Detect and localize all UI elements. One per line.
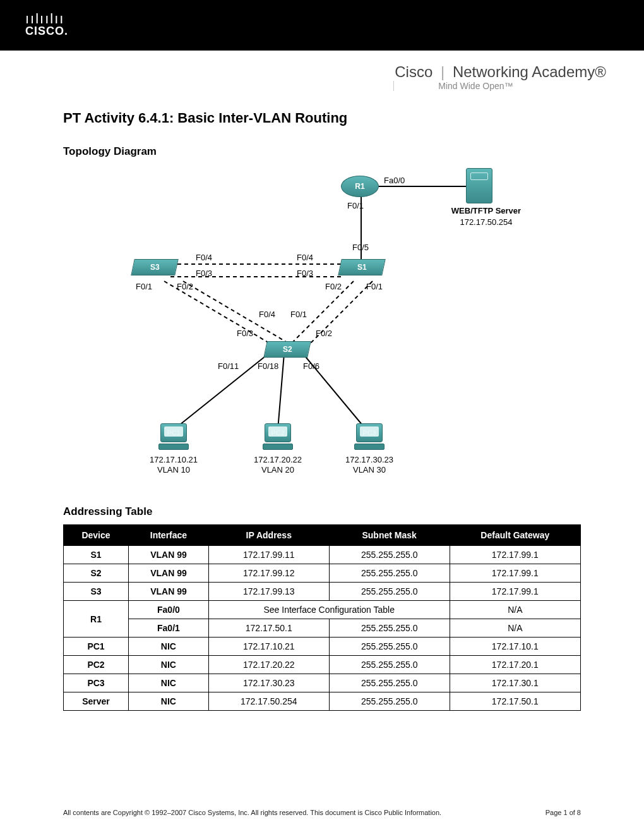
pc3-device: PC3 bbox=[350, 423, 388, 450]
port-s3-f03: F0/3 bbox=[196, 269, 212, 278]
cell-device: PC2 bbox=[64, 656, 129, 674]
footer-page: Page 1 of 8 bbox=[546, 809, 581, 816]
divider-icon: | bbox=[437, 63, 448, 80]
cell-iface: NIC bbox=[129, 674, 209, 692]
table-row: Fa0/1 172.17.50.1 255.255.255.0 N/A bbox=[64, 619, 581, 638]
section-topology: Topology Diagram bbox=[63, 145, 581, 158]
port-s2-f03: F0/3 bbox=[237, 329, 253, 338]
table-row: PC3 NIC 172.17.30.23 255.255.255.0 172.1… bbox=[64, 674, 581, 692]
topology-diagram: R1 Fa0/0 F0/1 WEB/TFTP Server 172.17.50.… bbox=[101, 164, 543, 493]
cell-gw: 172.17.99.1 bbox=[450, 546, 580, 564]
cell-device: S2 bbox=[64, 564, 129, 583]
cell-gw: 172.17.10.1 bbox=[450, 638, 580, 656]
cell-device: PC3 bbox=[64, 674, 129, 692]
switch-s1-label: S1 bbox=[357, 260, 367, 275]
port-s3-f02: F0/2 bbox=[177, 282, 193, 291]
cell-ip: 172.17.99.13 bbox=[208, 583, 329, 601]
cell-gw: N/A bbox=[450, 619, 580, 638]
cell-ip: 172.17.99.11 bbox=[208, 546, 329, 564]
cell-iface: VLAN 99 bbox=[129, 583, 209, 601]
port-s1-f05: F0/5 bbox=[352, 243, 369, 252]
port-mid-f01: F0/1 bbox=[290, 310, 307, 319]
port-s2-f02: F0/2 bbox=[316, 329, 332, 338]
cell-iface: VLAN 99 bbox=[129, 546, 209, 564]
port-s1-f02: F0/2 bbox=[325, 282, 342, 291]
cell-gw: 172.17.99.1 bbox=[450, 564, 580, 583]
cell-device: PC1 bbox=[64, 638, 129, 656]
switch-s3-label: S3 bbox=[150, 260, 160, 275]
cell-device: Server bbox=[64, 692, 129, 711]
cisco-logo-bars: ıılıılıı bbox=[25, 13, 68, 25]
table-row: R1 Fa0/0 See Interface Configuration Tab… bbox=[64, 601, 581, 619]
pc1-vlan: VLAN 10 bbox=[139, 465, 208, 475]
router-r1: R1 bbox=[341, 176, 379, 197]
pc3-vlan: VLAN 30 bbox=[335, 465, 404, 475]
cell-mask: 255.255.255.0 bbox=[329, 674, 450, 692]
port-mid-f04: F0/4 bbox=[259, 310, 275, 319]
pc2-vlan: VLAN 20 bbox=[243, 465, 313, 475]
cell-r1-note: See Interface Configuration Table bbox=[208, 601, 450, 619]
cell-gw: 172.17.50.1 bbox=[450, 692, 580, 711]
cell-mask: 255.255.255.0 bbox=[329, 564, 450, 583]
pc2-label: PC2 bbox=[265, 429, 290, 437]
table-row: S3 VLAN 99 172.17.99.13 255.255.255.0 17… bbox=[64, 583, 581, 601]
svg-line-3 bbox=[278, 354, 284, 430]
cell-mask: 255.255.255.0 bbox=[329, 638, 450, 656]
header-bar: ıılıılıı CISCO. bbox=[0, 0, 644, 51]
cell-mask: 255.255.255.0 bbox=[329, 583, 450, 601]
pc2-device: PC2 bbox=[259, 423, 297, 450]
cell-mask: 255.255.255.0 bbox=[329, 546, 450, 564]
cell-ip: 172.17.20.22 bbox=[208, 656, 329, 674]
cell-ip: 172.17.50.1 bbox=[208, 619, 329, 638]
cell-device-r1: R1 bbox=[64, 601, 129, 638]
cell-mask: 255.255.255.0 bbox=[329, 692, 450, 711]
pc3-ip: 172.17.30.23 bbox=[335, 455, 404, 465]
academy-name: Networking Academy® bbox=[453, 63, 606, 80]
section-addressing: Addressing Table bbox=[63, 505, 581, 518]
router-r1-label: R1 bbox=[355, 182, 364, 191]
pc3-label: PC3 bbox=[357, 429, 382, 437]
port-r1-f01: F0/1 bbox=[347, 201, 364, 210]
port-s1-f03: F0/3 bbox=[297, 269, 313, 278]
switch-s2-label: S2 bbox=[283, 342, 292, 357]
col-interface: Interface bbox=[129, 525, 209, 546]
port-s3-f01: F0/1 bbox=[136, 282, 152, 291]
port-s2-f018: F0/18 bbox=[258, 361, 278, 371]
cisco-logo-word: CISCO. bbox=[25, 25, 68, 38]
col-gateway: Default Gateway bbox=[450, 525, 580, 546]
table-row: PC2 NIC 172.17.20.22 255.255.255.0 172.1… bbox=[64, 656, 581, 674]
cell-iface: NIC bbox=[129, 692, 209, 711]
cell-device: S3 bbox=[64, 583, 129, 601]
col-ip: IP Address bbox=[208, 525, 329, 546]
addressing-table: Device Interface IP Address Subnet Mask … bbox=[63, 524, 581, 711]
cell-iface: VLAN 99 bbox=[129, 564, 209, 583]
port-s1-f01: F0/1 bbox=[366, 282, 383, 291]
table-row: S2 VLAN 99 172.17.99.12 255.255.255.0 17… bbox=[64, 564, 581, 583]
cell-gw: 172.17.99.1 bbox=[450, 583, 580, 601]
page-footer: All contents are Copyright © 1992–2007 C… bbox=[63, 809, 581, 816]
port-s1-f04: F0/4 bbox=[297, 253, 313, 262]
col-mask: Subnet Mask bbox=[329, 525, 450, 546]
cell-iface: Fa0/0 bbox=[129, 601, 209, 619]
cisco-logo: ıılıılıı CISCO. bbox=[25, 13, 68, 39]
cell-gw: N/A bbox=[450, 601, 580, 619]
cell-mask: 255.255.255.0 bbox=[329, 619, 450, 638]
academy-title: Cisco | Networking Academy® bbox=[395, 63, 606, 81]
pc2-ip: 172.17.20.22 bbox=[243, 455, 313, 465]
cell-ip: 172.17.99.12 bbox=[208, 564, 329, 583]
server-device bbox=[466, 168, 492, 203]
port-r1-fa00: Fa0/0 bbox=[384, 176, 405, 185]
switch-s2: S2 bbox=[263, 341, 311, 358]
switch-s1: S1 bbox=[338, 259, 386, 275]
pc1-label: PC1 bbox=[161, 429, 186, 437]
cell-mask: 255.255.255.0 bbox=[329, 656, 450, 674]
cell-ip: 172.17.10.21 bbox=[208, 638, 329, 656]
port-s2-f06: F0/6 bbox=[303, 361, 319, 371]
cell-gw: 172.17.20.1 bbox=[450, 656, 580, 674]
academy-tagline: Mind Wide Open™ bbox=[393, 81, 606, 91]
pc1-ip: 172.17.10.21 bbox=[139, 455, 208, 465]
port-s3-f04: F0/4 bbox=[196, 253, 212, 262]
port-s2-f011: F0/11 bbox=[218, 361, 239, 371]
cell-ip: 172.17.30.23 bbox=[208, 674, 329, 692]
footer-copyright: All contents are Copyright © 1992–2007 C… bbox=[63, 809, 441, 816]
